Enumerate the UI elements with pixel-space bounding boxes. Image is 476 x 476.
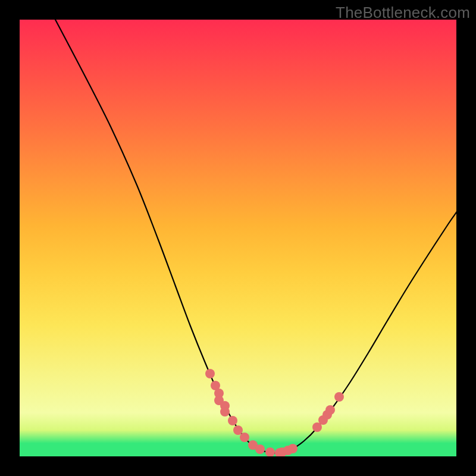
data-marker: [220, 407, 230, 416]
data-marker: [240, 433, 249, 442]
data-marker: [334, 392, 344, 402]
data-marker: [233, 425, 243, 435]
chart-frame: TheBottleneck.com: [0, 0, 476, 476]
plot-area: [20, 20, 456, 456]
data-marker: [265, 447, 275, 456]
chart-svg: [20, 20, 456, 456]
data-marker: [255, 444, 265, 454]
data-marker: [228, 416, 237, 425]
marker-group: [205, 369, 344, 456]
data-marker: [325, 405, 335, 415]
data-marker: [205, 369, 215, 378]
data-marker: [288, 444, 298, 453]
bottleneck-curve: [55, 20, 456, 453]
